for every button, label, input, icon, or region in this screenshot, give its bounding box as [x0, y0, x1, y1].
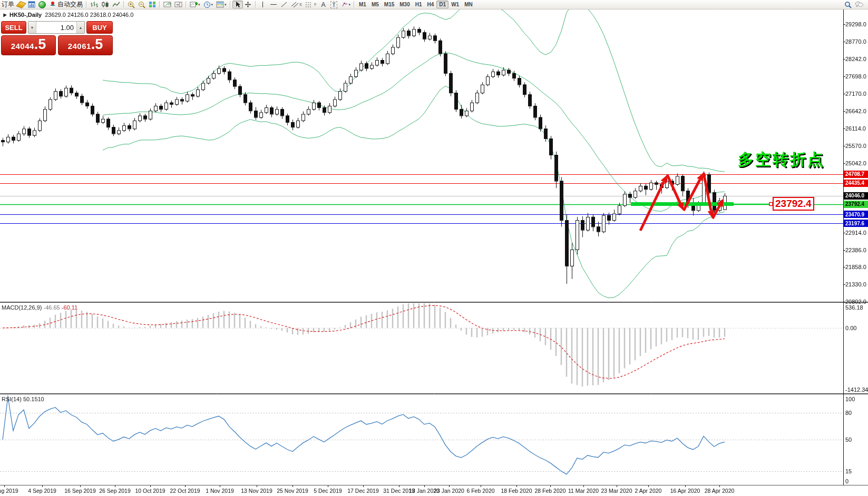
time-label: 11 Mar 2020	[568, 488, 599, 494]
price-badge: 23470.9	[844, 211, 868, 218]
autotrade-icon	[49, 1, 56, 8]
price-tick-label: 22386.0	[845, 247, 866, 253]
vertical-line-tool[interactable]	[258, 1, 268, 8]
toolbar-separator	[255, 1, 256, 8]
time-label: 23 Jan 2020	[434, 488, 464, 494]
price-tick-label: 26114.0	[845, 125, 866, 132]
price-tick-label: 22914.0	[845, 230, 866, 236]
trendline-tool[interactable]	[279, 1, 289, 8]
timeframe-h1[interactable]: H1	[413, 1, 425, 8]
time-label: 22 Oct 2019	[170, 488, 200, 494]
time-label: 1 Nov 2019	[206, 488, 234, 494]
sell-price-pips: .5	[34, 39, 46, 49]
volume-increase-button[interactable]: ▲	[76, 22, 84, 33]
toolbar-separator	[186, 1, 187, 8]
search-button[interactable]	[843, 1, 853, 8]
text-tool[interactable]: A	[318, 1, 329, 8]
timeframe-m15[interactable]: M15	[382, 1, 397, 8]
rsi-value: 50.1510	[23, 396, 44, 402]
toolbar-separator	[354, 1, 355, 8]
price-badge: 23792.4	[844, 201, 868, 208]
buy-price-pips: .5	[91, 39, 103, 49]
timeframe-m5[interactable]: M5	[369, 1, 382, 8]
macd-value-signal: -60.11	[62, 304, 77, 311]
time-label: 6 Feb 2020	[466, 488, 494, 494]
cursor-tool-button[interactable]	[232, 1, 243, 8]
volume-value[interactable]: 1.00	[36, 22, 76, 33]
zoom-in-icon[interactable]	[126, 1, 136, 8]
chat-bubbles-icon	[855, 1, 863, 8]
autotrade-button[interactable]: 自动交易	[47, 1, 84, 8]
volume-stepper: ▼ 1.00 ▲	[28, 21, 85, 34]
zoom-out-icon[interactable]	[136, 1, 147, 8]
time-label: 10 Oct 2019	[135, 488, 165, 494]
new-order-label: 订单	[2, 0, 14, 9]
channel-sub-label: E	[300, 3, 303, 6]
period-clock-button[interactable]: ▾	[202, 1, 215, 8]
template-button[interactable]: ▾	[214, 1, 228, 8]
price-callout-label[interactable]: 23792.4	[773, 197, 814, 211]
price-tick-label: 27170.0	[845, 91, 866, 97]
chart-window-icon[interactable]	[26, 1, 37, 8]
timeframe-w1[interactable]: W1	[448, 1, 462, 8]
timeframe-group: M1M5M15M30H1H4D1W1MN	[356, 0, 475, 9]
price-tick-label: 25570.0	[845, 143, 866, 149]
sell-button[interactable]: SELL	[1, 21, 26, 34]
buy-price-main: 24061	[68, 42, 91, 51]
chat-button[interactable]	[853, 1, 865, 8]
timeframe-m1[interactable]: M1	[356, 1, 369, 8]
horizontal-line-tool[interactable]	[268, 1, 279, 8]
sell-price-main: 24044	[11, 42, 34, 51]
fibonacci-tool[interactable]: F	[304, 1, 318, 8]
subwindow-scale-label: 0	[845, 478, 849, 484]
bar-chart-icon[interactable]	[89, 1, 100, 8]
volume-decrease-button[interactable]: ▼	[28, 22, 36, 33]
tile-windows-icon[interactable]	[147, 1, 158, 8]
chart-header: HK50-,Daily 23629.0 24126.0 23618.0 2404…	[2, 12, 133, 18]
arrows-tool[interactable]: ▾	[339, 1, 353, 8]
price-tick-label: 28242.0	[845, 56, 866, 62]
crosshair-icon	[245, 1, 251, 8]
dropdown-caret-icon: ▾	[198, 3, 200, 7]
rsi-label: RSI(14) 50.1510	[2, 396, 44, 402]
price-tick-label: 25042.0	[845, 160, 866, 166]
add-indicator-button[interactable]: ▾	[188, 1, 202, 8]
candlestick-chart-icon[interactable]	[100, 1, 111, 8]
subwindow-scale-label: 15	[845, 468, 852, 474]
symbol-marker-icon	[2, 12, 7, 17]
timeframe-h4[interactable]: H4	[425, 1, 437, 8]
crosshair-tool-button[interactable]	[243, 1, 253, 8]
channel-tool[interactable]: E	[289, 1, 304, 8]
buy-price-button[interactable]: 24061 .5	[58, 35, 113, 55]
price-badge: 24708.7	[844, 171, 868, 178]
timeframe-mn[interactable]: MN	[462, 1, 475, 8]
coin-icon[interactable]	[16, 1, 26, 8]
chart-shift-icon[interactable]	[173, 1, 184, 8]
price-tick-label: 27698.0	[845, 73, 866, 80]
line-chart-icon[interactable]	[111, 1, 122, 8]
time-label: 28 Apr 2020	[705, 488, 735, 494]
symbol-period-label: HK50-,Daily	[9, 12, 42, 18]
price-tick-label: 29298.0	[845, 21, 866, 27]
timeframe-m30[interactable]: M30	[397, 1, 412, 8]
sell-price-button[interactable]: 24044 .5	[1, 35, 56, 55]
buy-button[interactable]: BUY	[86, 21, 113, 34]
time-label: 28 Feb 2020	[535, 488, 566, 494]
price-badge: 24046.0	[844, 192, 868, 200]
cursor-arrow-icon	[235, 1, 241, 8]
chart-forward-icon[interactable]	[162, 1, 173, 8]
turning-point-annotation: 多空转折点	[738, 149, 825, 171]
text-label-tool[interactable]: T	[329, 1, 339, 8]
mt4-window: 订单 自动交易	[0, 0, 868, 496]
price-tick-label: 28770.0	[845, 38, 866, 45]
subwindow-scale-label: 50	[845, 437, 852, 443]
toolbar: 订单 自动交易	[0, 0, 868, 9]
timeframe-d1[interactable]: D1	[436, 1, 448, 8]
dropdown-caret-icon: ▾	[349, 3, 351, 7]
news-globe-icon[interactable]	[37, 1, 47, 8]
new-order-button[interactable]: 订单	[0, 1, 16, 8]
chart-canvas[interactable]	[0, 0, 868, 496]
time-label: 17 Dec 2019	[347, 488, 379, 494]
macd-value-main: -46.65	[43, 304, 60, 311]
dropdown-caret-icon: ▾	[225, 3, 227, 7]
